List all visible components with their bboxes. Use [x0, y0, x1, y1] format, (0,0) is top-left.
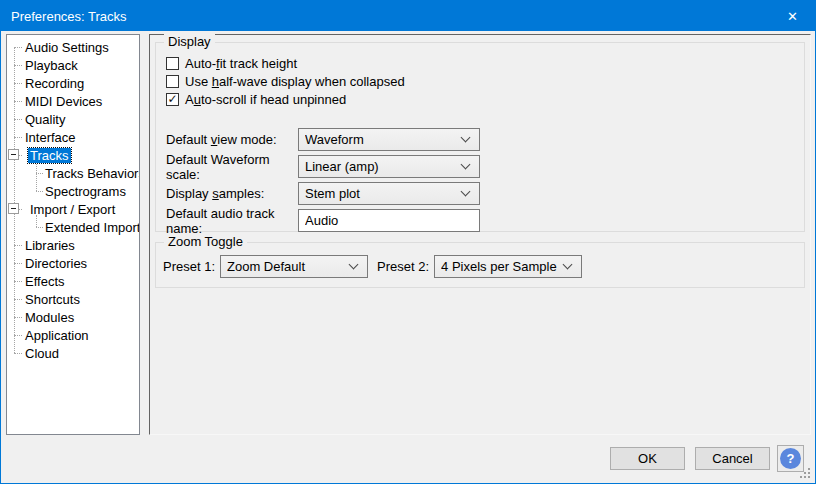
display-samples-label: Display samples:: [166, 186, 298, 201]
default-waveform-scale-label: Default Waveform scale:: [166, 152, 298, 182]
auto-scroll-label: Auto-scroll if head unpinned: [185, 92, 346, 107]
default-waveform-scale-row: Default Waveform scale: Linear (amp): [166, 155, 804, 178]
display-group: Display Auto-fit track height Use half-w…: [155, 42, 805, 232]
default-audio-track-name-label: Default audio track name:: [166, 206, 298, 236]
display-samples-select[interactable]: Stem plot: [298, 182, 480, 205]
default-view-mode-select[interactable]: Waveform: [298, 128, 480, 151]
default-waveform-scale-select[interactable]: Linear (amp): [298, 155, 480, 178]
sidebar-item-modules[interactable]: Modules: [7, 308, 139, 326]
half-wave-display-label: Use half-wave display when collapsed: [185, 74, 405, 89]
selected-value: Linear (amp): [305, 159, 458, 174]
chevron-down-icon: [461, 160, 471, 170]
sidebar-item-cloud[interactable]: Cloud: [7, 344, 139, 362]
sidebar-item-recording[interactable]: Recording: [7, 74, 139, 92]
help-icon: ?: [780, 448, 801, 469]
preset1-label: Preset 1:: [163, 259, 215, 274]
default-audio-track-name-row: Default audio track name:: [166, 209, 804, 232]
half-wave-display-checkbox[interactable]: [166, 75, 179, 88]
sidebar-item-tracks-behaviors[interactable]: Tracks Behaviors: [7, 164, 139, 182]
selected-value: Stem plot: [305, 186, 458, 201]
preferences-tree: Audio Settings Playback Recording MIDI D…: [7, 35, 139, 362]
auto-scroll-checkbox[interactable]: ✓: [166, 93, 179, 106]
sidebar-item-import-export[interactable]: Import / Export: [7, 200, 139, 218]
preferences-sidebar: Audio Settings Playback Recording MIDI D…: [6, 34, 140, 435]
chevron-down-icon: [461, 133, 471, 143]
zoom-toggle-group-title: Zoom Toggle: [164, 234, 247, 249]
collapse-toggle-icon[interactable]: [8, 203, 19, 214]
auto-scroll-row: ✓ Auto-scroll if head unpinned: [166, 90, 804, 108]
auto-fit-track-height-label: Auto-fit track height: [185, 56, 297, 71]
default-view-mode-label: Default view mode:: [166, 132, 298, 147]
chevron-down-icon: [349, 260, 359, 270]
half-wave-display-row: Use half-wave display when collapsed: [166, 72, 804, 90]
sidebar-item-midi-devices[interactable]: MIDI Devices: [7, 92, 139, 110]
sidebar-item-extended-import[interactable]: Extended Import: [7, 218, 139, 236]
zoom-toggle-group: Zoom Toggle Preset 1: Zoom Default Prese…: [155, 242, 805, 288]
sidebar-item-audio-settings[interactable]: Audio Settings: [7, 38, 139, 56]
title-bar: Preferences: Tracks ✕: [1, 1, 815, 31]
resize-grip[interactable]: [800, 468, 802, 470]
sidebar-item-playback[interactable]: Playback: [7, 56, 139, 74]
sidebar-item-application[interactable]: Application: [7, 326, 139, 344]
auto-fit-track-height-row: Auto-fit track height: [166, 54, 804, 72]
tracks-settings-panel: Display Auto-fit track height Use half-w…: [149, 34, 811, 435]
display-samples-row: Display samples: Stem plot: [166, 182, 804, 205]
checkmark-icon: ✓: [167, 93, 177, 106]
preset2-label: Preset 2:: [377, 259, 429, 274]
preferences-dialog: Preferences: Tracks ✕ Audio Settings Pla…: [0, 0, 816, 484]
sidebar-item-effects[interactable]: Effects: [7, 272, 139, 290]
selected-value: 4 Pixels per Sample: [441, 259, 560, 274]
sidebar-item-quality[interactable]: Quality: [7, 110, 139, 128]
preset1-select[interactable]: Zoom Default: [220, 255, 368, 278]
selected-value: Waveform: [305, 132, 458, 147]
sidebar-item-shortcuts[interactable]: Shortcuts: [7, 290, 139, 308]
sidebar-item-tracks[interactable]: Tracks: [7, 146, 139, 164]
preset2-select[interactable]: 4 Pixels per Sample: [434, 255, 582, 278]
sidebar-item-directories[interactable]: Directories: [7, 254, 139, 272]
collapse-toggle-icon[interactable]: [8, 149, 19, 160]
default-view-mode-row: Default view mode: Waveform: [166, 128, 804, 151]
ok-button[interactable]: OK: [610, 447, 685, 470]
auto-fit-track-height-checkbox[interactable]: [166, 57, 179, 70]
sidebar-item-spectrograms[interactable]: Spectrograms: [7, 182, 139, 200]
chevron-down-icon: [563, 260, 573, 270]
selected-value: Zoom Default: [227, 259, 346, 274]
sidebar-item-libraries[interactable]: Libraries: [7, 236, 139, 254]
sidebar-item-interface[interactable]: Interface: [7, 128, 139, 146]
chevron-down-icon: [461, 187, 471, 197]
window-title: Preferences: Tracks: [1, 9, 127, 24]
display-group-title: Display: [164, 34, 215, 49]
default-audio-track-name-input[interactable]: [298, 209, 480, 232]
close-icon: ✕: [787, 9, 798, 24]
close-button[interactable]: ✕: [770, 1, 815, 31]
cancel-button[interactable]: Cancel: [695, 447, 770, 470]
